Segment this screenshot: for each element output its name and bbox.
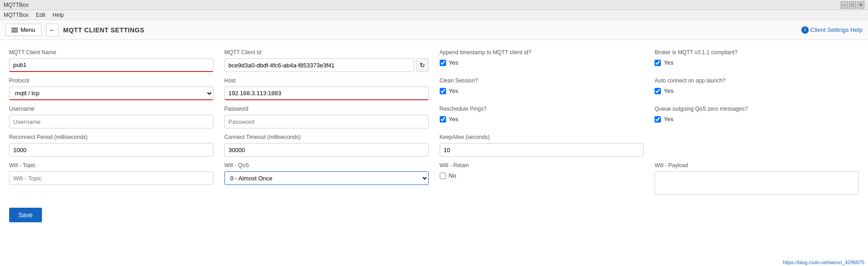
append-timestamp-label: Append timestamp to MQTT client id? [440,49,644,56]
append-timestamp-group: Append timestamp to MQTT client id? Yes [440,49,644,72]
row-4: Reconnect Period (milliseconds) Connect … [9,134,859,157]
menu-bar: MQTTBox Edit Help [0,10,868,20]
broker-compliant-row: Yes [655,59,859,66]
keepalive-group: KeepAlive (seconds) [440,134,644,157]
mqtt-client-id-label: MQTT Client Id [224,49,429,56]
toolbar: Menu ← MQTT CLIENT SETTINGS i Client Set… [0,20,868,40]
username-input[interactable] [9,115,213,128]
queue-outgoing-group: Queue outgoing QoS zero messages? Yes [655,106,859,128]
clean-session-option: Yes [449,87,458,94]
mqtt-client-id-input[interactable] [224,58,414,72]
clean-session-checkbox[interactable] [440,88,446,94]
mqtt-client-name-group: MQTT Client Name [9,49,213,72]
append-timestamp-checkbox[interactable] [440,60,446,66]
auto-connect-row: Yes [655,87,859,94]
row-3: Username Password Reschedule Pings? Yes … [9,106,859,128]
help-link[interactable]: i Client Settings Help [801,26,863,34]
broker-compliant-group: Broker is MQTT v3.1.1 compliant? Yes [655,49,859,72]
reconnect-period-group: Reconnect Period (milliseconds) [9,134,213,157]
connect-timeout-label: Connect Timeout (milliseconds) [224,134,429,140]
row-1: MQTT Client Name MQTT Client Id ↻ Append… [9,49,859,72]
protocol-label: Protocol [9,77,213,84]
mqtt-client-name-label: MQTT Client Name [9,49,213,56]
protocol-select[interactable]: mqtt / tcp ws wss mqtts [9,87,213,100]
will-qos-group: Will - QoS 0 - Almost Once 1 - At Least … [224,162,429,195]
reschedule-pings-label: Reschedule Pings? [440,106,644,112]
reschedule-pings-row: Yes [440,116,644,123]
connect-timeout-group: Connect Timeout (milliseconds) [224,134,429,157]
menu-edit[interactable]: Edit [36,12,46,18]
queue-outgoing-label: Queue outgoing QoS zero messages? [655,106,859,112]
auto-connect-option: Yes [664,87,673,94]
reschedule-pings-checkbox[interactable] [440,116,446,123]
info-icon: i [801,26,809,34]
username-label: Username [9,106,213,112]
queue-outgoing-checkbox[interactable] [655,116,661,123]
password-input[interactable] [224,115,429,128]
auto-connect-label: Auto connect on app launch? [655,77,859,84]
username-group: Username [9,106,213,128]
reschedule-pings-group: Reschedule Pings? Yes [440,106,644,128]
row-5: Will - Topic Will - QoS 0 - Almost Once … [9,162,859,195]
queue-outgoing-option: Yes [664,116,673,123]
menu-button-label: Menu [21,26,36,33]
menu-help[interactable]: Help [52,12,64,18]
append-timestamp-option: Yes [449,59,458,66]
help-label: Client Settings Help [811,26,863,33]
row-4-empty [655,134,859,157]
will-retain-label: Will - Retain [440,162,644,169]
status-bar: https://blog.csdn.net/weixn_4296875 [779,259,868,266]
broker-compliant-label: Broker is MQTT v3.1.1 compliant? [655,49,859,56]
will-retain-group: Will - Retain No [440,162,644,195]
maximize-button[interactable]: □ [849,1,856,9]
reconnect-period-label: Reconnect Period (milliseconds) [9,134,213,140]
host-input[interactable] [224,87,429,100]
reconnect-period-input[interactable] [9,143,213,157]
keepalive-input[interactable] [440,143,644,157]
will-payload-label: Will - Payload [655,162,859,169]
minimize-button[interactable]: – [841,1,848,9]
will-retain-option: No [449,172,457,179]
status-url: https://blog.csdn.net/weixn_4296875 [783,260,864,265]
main-content: MQTT Client Name MQTT Client Id ↻ Append… [0,40,868,266]
auto-connect-checkbox[interactable] [655,88,661,94]
reschedule-pings-option: Yes [449,116,458,123]
menu-mqttbox[interactable]: MQTTBox [4,12,29,18]
mqtt-client-id-group: MQTT Client Id ↻ [224,49,429,72]
save-button[interactable]: Save [9,208,42,222]
will-topic-label: Will - Topic [9,162,213,169]
broker-compliant-checkbox[interactable] [655,60,661,66]
will-retain-checkbox[interactable] [440,173,446,179]
will-payload-group: Will - Payload [655,162,859,195]
keepalive-label: KeepAlive (seconds) [440,134,644,140]
close-button[interactable]: ✕ [857,1,864,9]
broker-compliant-option: Yes [664,59,673,66]
auto-connect-group: Auto connect on app launch? Yes [655,77,859,100]
password-group: Password [224,106,429,128]
clean-session-row: Yes [440,87,644,94]
clean-session-label: Clean Session? [440,77,644,84]
append-timestamp-row: Yes [440,59,644,66]
save-row: Save [9,200,859,222]
refresh-client-id-button[interactable]: ↻ [416,58,429,72]
app-title: MQTTBox [4,2,29,8]
title-bar: MQTTBox – □ ✕ [0,0,868,10]
mqtt-client-name-input[interactable] [9,58,213,72]
menu-button[interactable]: Menu [5,24,42,36]
row-2: Protocol mqtt / tcp ws wss mqtts Host Cl… [9,77,859,100]
connect-timeout-input[interactable] [224,143,429,157]
host-group: Host [224,77,429,100]
will-retain-row: No [440,172,644,179]
will-qos-label: Will - QoS [224,162,429,169]
back-button[interactable]: ← [46,24,59,36]
hamburger-icon [11,28,18,32]
queue-outgoing-row: Yes [655,116,859,123]
protocol-group: Protocol mqtt / tcp ws wss mqtts [9,77,213,100]
password-label: Password [224,106,429,112]
will-topic-input[interactable] [9,171,213,185]
will-payload-input[interactable] [655,171,859,195]
will-topic-group: Will - Topic [9,162,213,195]
page-title: MQTT CLIENT SETTINGS [63,26,145,34]
will-qos-select[interactable]: 0 - Almost Once 1 - At Least Once 2 - Ex… [224,171,429,185]
clean-session-group: Clean Session? Yes [440,77,644,100]
